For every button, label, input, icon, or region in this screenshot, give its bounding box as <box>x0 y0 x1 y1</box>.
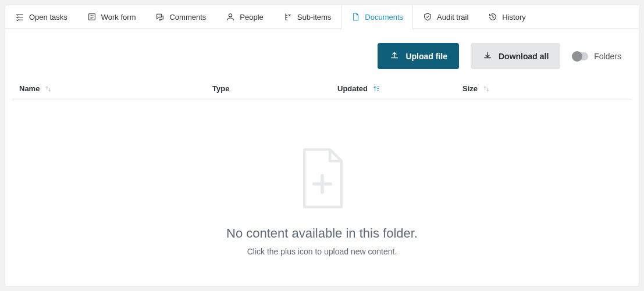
upload-file-button[interactable]: Upload file <box>378 43 459 69</box>
column-header-name[interactable]: Name <box>19 84 212 93</box>
person-icon <box>226 12 235 21</box>
empty-title: No content available in this folder. <box>226 226 418 241</box>
sort-icon <box>44 85 52 93</box>
sort-icon <box>482 85 490 93</box>
shield-icon <box>423 12 432 21</box>
button-label: Upload file <box>405 52 447 61</box>
column-label: Size <box>462 84 478 93</box>
empty-subtitle: Click the plus icon to upload new conten… <box>247 247 397 256</box>
folders-toggle[interactable] <box>572 52 588 60</box>
column-label: Name <box>19 84 40 93</box>
subitems-icon <box>283 12 293 21</box>
table-header-row: Name Type Updated Size <box>12 78 632 99</box>
tab-people[interactable]: People <box>216 5 273 28</box>
tab-work-form[interactable]: Work form <box>77 5 146 28</box>
checklist-icon <box>15 12 24 21</box>
toggle-knob <box>572 51 582 62</box>
download-all-button[interactable]: Download all <box>471 43 560 69</box>
tab-audit-trail[interactable]: Audit trail <box>413 5 478 28</box>
tab-sub-items[interactable]: Sub-items <box>273 5 341 28</box>
button-label: Download all <box>499 52 549 61</box>
tab-label: Comments <box>169 13 206 21</box>
tab-comments[interactable]: Comments <box>145 5 216 28</box>
tab-bar: Open tasks Work form Comments People Sub <box>5 5 639 29</box>
folders-toggle-group: Folders <box>572 52 625 61</box>
tab-label: History <box>502 13 525 21</box>
tab-label: Sub-items <box>297 13 332 21</box>
history-icon <box>488 12 497 21</box>
toolbar: Upload file Download all Folders <box>5 29 639 78</box>
tab-label: Audit trail <box>437 13 468 21</box>
empty-state: No content available in this folder. Cli… <box>5 99 639 286</box>
column-label: Updated <box>337 84 368 93</box>
upload-icon <box>389 50 400 62</box>
download-icon <box>482 50 493 62</box>
form-icon <box>87 12 97 21</box>
tab-label: Open tasks <box>29 13 67 21</box>
tab-label: People <box>240 13 263 21</box>
sort-active-icon <box>372 85 380 93</box>
file-plus-icon <box>296 147 349 213</box>
column-header-type[interactable]: Type <box>212 84 337 93</box>
column-label: Type <box>212 84 229 93</box>
tab-label: Work form <box>101 13 136 21</box>
tab-label: Documents <box>365 13 403 21</box>
folders-label: Folders <box>594 52 621 61</box>
tab-documents[interactable]: Documents <box>341 5 413 28</box>
svg-point-1 <box>229 14 232 17</box>
file-icon <box>351 12 360 21</box>
column-header-size[interactable]: Size <box>462 84 509 93</box>
column-header-updated[interactable]: Updated <box>337 84 462 93</box>
tab-history[interactable]: History <box>478 5 535 28</box>
tab-open-tasks[interactable]: Open tasks <box>5 5 77 28</box>
comments-icon <box>155 12 165 21</box>
